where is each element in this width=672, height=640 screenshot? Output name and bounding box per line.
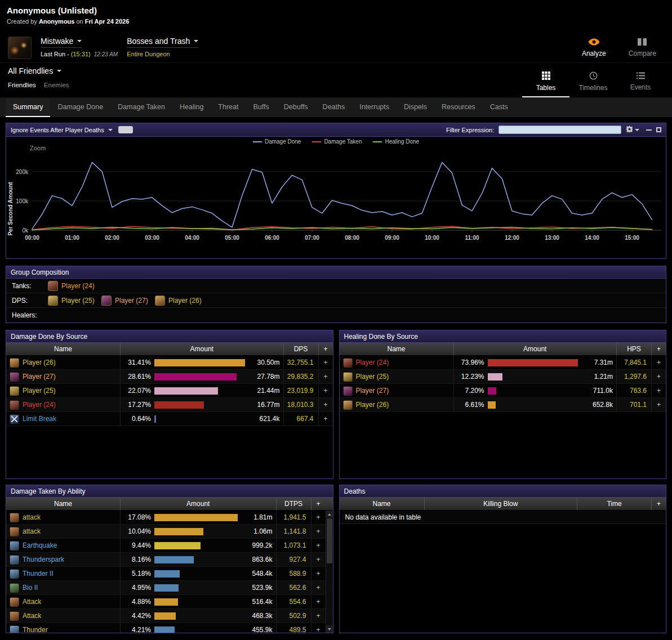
source-name-link[interactable]: Thunder II (23, 570, 54, 578)
table-row[interactable]: Player (26)31.41%30.50m32,755.1+ (6, 356, 333, 370)
table-row[interactable]: attack17.08%1.81m1,941.5+ (6, 511, 326, 525)
maximize-icon[interactable] (656, 127, 661, 132)
expand-row-button[interactable]: + (311, 553, 326, 566)
column-header-dps[interactable]: DPS (283, 343, 318, 355)
legend-item-damage-done[interactable]: Damage Done (253, 138, 301, 145)
expand-row-button[interactable]: + (651, 370, 666, 383)
tab-threat[interactable]: Threat (211, 98, 246, 117)
expand-row-button[interactable]: + (311, 539, 326, 552)
table-row[interactable]: Player (27)28.61%27.78m29,835.2+ (6, 370, 333, 384)
filter-expression-input[interactable] (499, 126, 621, 134)
chart-settings-button[interactable] (626, 126, 639, 134)
expand-row-button[interactable]: + (311, 525, 326, 538)
analyze-button[interactable]: Analyze (577, 36, 611, 60)
player-name-link[interactable]: Player (25) (61, 297, 95, 305)
tab-resources[interactable]: Resources (434, 98, 483, 117)
column-header-amount[interactable]: Amount (453, 343, 617, 355)
tab-friendlies[interactable]: Friendlies (8, 82, 36, 88)
events-chart[interactable]: Damage DoneDamage TakenHealing Done Zoom… (6, 137, 666, 257)
expand-row-button[interactable]: + (318, 398, 333, 411)
expand-row-button[interactable]: + (318, 370, 333, 383)
expand-row-button[interactable]: + (651, 356, 666, 369)
column-header-amount[interactable]: Amount (120, 343, 283, 355)
line-chart[interactable]: 0k100k200k00:0001:0002:0003:0004:0005:00… (6, 137, 666, 257)
source-name-link[interactable]: Player (24) (356, 359, 389, 366)
column-header-name[interactable]: Name (6, 343, 120, 355)
legend-item-damage-taken[interactable]: Damage Taken (312, 138, 362, 145)
compare-button[interactable]: Compare (624, 36, 661, 60)
source-name-link[interactable]: Player (26) (356, 401, 389, 409)
tab-enemies[interactable]: Enemies (44, 82, 69, 88)
expand-row-button[interactable]: + (311, 511, 326, 524)
expand-row-button[interactable]: + (311, 581, 326, 594)
table-scrollbar[interactable] (326, 511, 333, 633)
column-header-amount[interactable]: Amount (120, 498, 276, 510)
column-header-name[interactable]: Name (340, 343, 453, 355)
table-row[interactable]: Player (27)7.20%711.0k763.6+ (340, 384, 666, 398)
table-row[interactable]: Thunder II5.18%548.4k588.9+ (6, 567, 326, 581)
source-name-link[interactable]: Player (25) (23, 387, 56, 395)
tables-view-button[interactable]: Tables (522, 66, 569, 97)
player-name-link[interactable]: Player (26) (168, 297, 202, 305)
tab-healing[interactable]: Healing (172, 98, 211, 117)
scrollbar-thumb[interactable] (327, 518, 332, 563)
source-name-link[interactable]: Player (26) (23, 359, 56, 366)
scroll-down-button[interactable] (326, 625, 333, 633)
source-name-link[interactable]: Attack (23, 612, 41, 620)
expand-row-button[interactable]: + (311, 623, 326, 633)
tab-interrupts[interactable]: Interrupts (352, 98, 397, 117)
source-name-link[interactable]: Limit Break (23, 415, 56, 423)
table-row[interactable]: Player (24)17.27%16.77m18,010.3+ (6, 398, 333, 412)
column-header-dtps[interactable]: DTPS (276, 498, 311, 510)
expand-row-button[interactable]: + (318, 412, 333, 426)
tab-summary[interactable]: Summary (6, 98, 50, 117)
source-name-link[interactable]: attack (23, 527, 41, 535)
player-name-link[interactable]: Player (24) (61, 282, 95, 290)
tab-debuffs[interactable]: Debuffs (277, 98, 315, 117)
source-name-link[interactable]: Player (27) (23, 373, 56, 381)
column-header-name[interactable]: Name (340, 498, 424, 510)
source-name-link[interactable]: Thunderspark (23, 556, 64, 563)
fight-selector-dropdown[interactable]: Bosses and Trash (127, 37, 198, 48)
table-row[interactable]: Player (25)12.23%1.21m1,297.6+ (340, 370, 666, 384)
expand-row-button[interactable]: + (318, 384, 333, 397)
events-view-button[interactable]: Events (617, 66, 664, 97)
table-row[interactable]: Attack4.88%516.4k554.6+ (6, 595, 326, 609)
table-row[interactable]: attack10.04%1.06m1,141.8+ (6, 525, 326, 539)
table-row[interactable]: Bio II4.95%523.9k562.6+ (6, 581, 326, 595)
tab-buffs[interactable]: Buffs (246, 98, 276, 117)
column-header-killing-blow[interactable]: Killing Blow (424, 498, 577, 510)
chart-toggle-button[interactable] (118, 126, 133, 133)
table-row[interactable]: Player (26)6.61%652.8k701.1+ (340, 398, 666, 412)
legend-item-healing-done[interactable]: Healing Done (373, 138, 419, 145)
column-header-hps[interactable]: HPS (616, 343, 651, 355)
column-header-time[interactable]: Time (577, 498, 651, 510)
table-row[interactable]: Thunder4.21%455.9k489.5+ (6, 623, 326, 633)
scroll-up-button[interactable] (326, 511, 333, 518)
expand-row-button[interactable]: + (318, 356, 333, 369)
table-row[interactable]: Earthquake9.44%999.2k1,073.1+ (6, 539, 326, 553)
tab-dispels[interactable]: Dispels (397, 98, 434, 117)
source-name-link[interactable]: Player (24) (23, 401, 56, 409)
table-row[interactable]: Player (25)22.07%21.44m23,019.9+ (6, 384, 333, 398)
friendlies-selector-dropdown[interactable]: All Friendlies (8, 66, 61, 77)
expand-row-button[interactable]: + (311, 609, 326, 623)
source-name-link[interactable]: Attack (23, 598, 41, 606)
table-row[interactable]: Limit Break0.64%621.4k667.4+ (6, 412, 333, 426)
tab-casts[interactable]: Casts (483, 98, 515, 117)
tab-damage-taken[interactable]: Damage Taken (110, 98, 172, 117)
table-row[interactable]: Attack4.42%468.3k502.9+ (6, 609, 326, 623)
source-name-link[interactable]: Bio II (23, 584, 38, 592)
zone-selector-dropdown[interactable]: Mistwake (41, 37, 82, 48)
table-row[interactable]: Player (24)73.96%7.31m7,845.1+ (340, 356, 666, 370)
source-name-link[interactable]: Player (25) (356, 373, 389, 381)
minimize-icon[interactable] (646, 129, 652, 131)
expand-row-button[interactable]: + (311, 567, 326, 580)
column-header-name[interactable]: Name (6, 498, 120, 510)
source-name-link[interactable]: Thunder (23, 626, 48, 633)
source-name-link[interactable]: Earthquake (23, 541, 57, 549)
player-name-link[interactable]: Player (27) (115, 297, 148, 305)
expand-row-button[interactable]: + (311, 595, 326, 608)
tab-deaths[interactable]: Deaths (315, 98, 353, 117)
expand-row-button[interactable]: + (651, 398, 666, 411)
